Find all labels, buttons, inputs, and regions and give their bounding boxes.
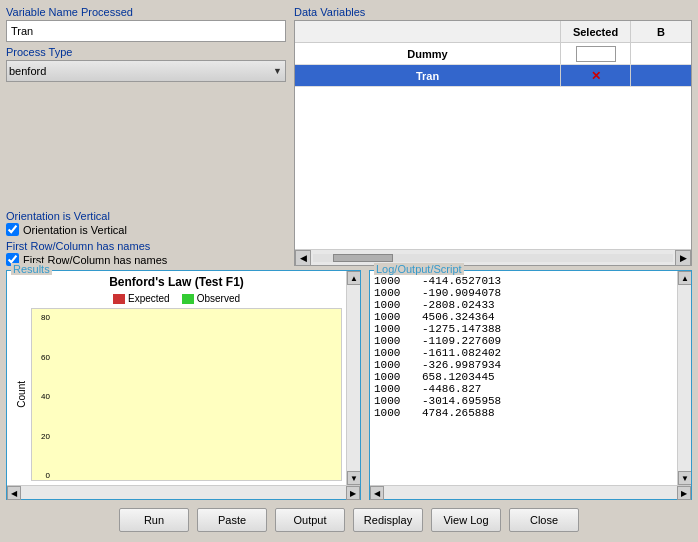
run-button[interactable]: Run	[119, 508, 189, 532]
log-hscroll-right[interactable]: ▶	[677, 486, 691, 500]
log-col2: 658.1203445	[422, 371, 495, 383]
hscroll-thumb	[333, 254, 393, 262]
tick-0: 0	[32, 471, 50, 480]
dv-cell-tran-b	[631, 65, 691, 86]
expected-label: Expected	[128, 293, 170, 304]
dv-header-selected: Selected	[561, 21, 631, 42]
dv-header-name	[295, 21, 561, 42]
log-col2: -190.9094078	[422, 287, 501, 299]
process-type-wrapper: benford	[6, 60, 286, 82]
chart-right: 80 60 40 20 0	[31, 308, 342, 481]
log-col1: 1000	[374, 311, 414, 323]
close-button[interactable]: Close	[509, 508, 579, 532]
table-row: Dummy	[295, 43, 691, 65]
chart-legend: Expected Observed	[11, 293, 342, 304]
hscroll-left-btn[interactable]: ◀	[295, 250, 311, 266]
log-col1: 1000	[374, 299, 414, 311]
bars-container	[54, 313, 339, 480]
list-item: 10004784.265888	[374, 407, 673, 419]
orientation-section: Orientation is Vertical Orientation is V…	[6, 210, 286, 236]
orientation-row: Orientation is Vertical	[6, 223, 286, 236]
log-col1: 1000	[374, 275, 414, 287]
expected-color-box	[113, 294, 125, 304]
log-col2: -4486.827	[422, 383, 481, 395]
orientation-checkbox-label: Orientation is Vertical	[23, 224, 127, 236]
data-variables-label: Data Variables	[294, 6, 692, 18]
tick-60: 60	[32, 353, 50, 362]
chart-title: Benford's Law (Test F1)	[11, 275, 342, 289]
log-col1: 1000	[374, 383, 414, 395]
log-col2: -3014.695958	[422, 395, 501, 407]
log-text-area: 1000-414.6527013 1000-190.9094078 1000-2…	[370, 271, 677, 485]
dv-header-b: B	[631, 21, 691, 42]
dv-cell-dummy-selected	[561, 43, 631, 64]
x-mark-icon: ✕	[591, 69, 601, 83]
results-content: Benford's Law (Test F1) Expected Observe…	[7, 271, 360, 485]
list-item: 1000-1275.147388	[374, 323, 673, 335]
log-vscrollbar[interactable]: ▲ ▼	[677, 271, 691, 485]
observed-label: Observed	[197, 293, 240, 304]
variable-name-input[interactable]	[6, 20, 286, 42]
results-scroll-down-btn[interactable]: ▼	[347, 471, 360, 485]
y-ticks: 80 60 40 20 0	[32, 313, 50, 480]
main-container: Variable Name Processed Process Type ben…	[0, 0, 698, 542]
results-vscrollbar[interactable]: ▲ ▼	[346, 271, 360, 485]
log-col1: 1000	[374, 359, 414, 371]
list-item: 1000-1109.227609	[374, 335, 673, 347]
chart-area: Benford's Law (Test F1) Expected Observe…	[7, 271, 346, 485]
legend-observed: Observed	[182, 293, 240, 304]
results-hscroll-left[interactable]: ◀	[7, 486, 21, 500]
log-col2: -326.9987934	[422, 359, 501, 371]
log-scroll-down-btn[interactable]: ▼	[678, 471, 691, 485]
list-item: 1000-326.9987934	[374, 359, 673, 371]
data-variables-container: Selected B Dummy Tran ✕	[294, 20, 692, 266]
log-hscroll-track	[384, 486, 677, 499]
log-col1: 1000	[374, 371, 414, 383]
log-col2: -1275.147388	[422, 323, 501, 335]
paste-button[interactable]: Paste	[197, 508, 267, 532]
view-log-button[interactable]: View Log	[431, 508, 501, 532]
hscroll-right-btn[interactable]: ▶	[675, 250, 691, 266]
orientation-checkbox[interactable]	[6, 223, 19, 236]
process-type-label: Process Type	[6, 46, 286, 58]
log-content: 1000-414.6527013 1000-190.9094078 1000-2…	[370, 271, 691, 485]
log-col1: 1000	[374, 323, 414, 335]
results-hscrollbar[interactable]: ◀ ▶	[7, 485, 360, 499]
log-hscrollbar[interactable]: ◀ ▶	[370, 485, 691, 499]
dv-cell-tran-name: Tran	[295, 65, 561, 86]
legend-expected: Expected	[113, 293, 170, 304]
list-item: 1000-1611.082402	[374, 347, 673, 359]
process-type-select[interactable]: benford	[6, 60, 286, 82]
top-section: Variable Name Processed Process Type ben…	[6, 6, 692, 266]
log-hscroll-left[interactable]: ◀	[370, 486, 384, 500]
list-item: 1000-3014.695958	[374, 395, 673, 407]
observed-color-box	[182, 294, 194, 304]
results-scroll-up-btn[interactable]: ▲	[347, 271, 360, 285]
bottom-bar: Run Paste Output Redisplay View Log Clos…	[6, 504, 692, 536]
output-button[interactable]: Output	[275, 508, 345, 532]
results-hscroll-track	[21, 486, 346, 499]
hscroll-track	[313, 254, 673, 262]
log-col1: 1000	[374, 395, 414, 407]
dv-body: Dummy Tran ✕	[295, 43, 691, 249]
bottom-section: Results Benford's Law (Test F1) Expected…	[6, 270, 692, 500]
redisplay-button[interactable]: Redisplay	[353, 508, 423, 532]
list-item: 1000-2808.02433	[374, 299, 673, 311]
list-item: 1000-414.6527013	[374, 275, 673, 287]
log-col2: -1611.082402	[422, 347, 501, 359]
log-col2: -1109.227609	[422, 335, 501, 347]
log-col2: 4506.324364	[422, 311, 495, 323]
dummy-selected-input[interactable]	[576, 46, 616, 62]
tick-20: 20	[32, 432, 50, 441]
dv-header: Selected B	[295, 21, 691, 43]
dv-hscrollbar[interactable]: ◀ ▶	[295, 249, 691, 265]
list-item: 1000-190.9094078	[374, 287, 673, 299]
process-type-section: Process Type benford	[6, 46, 286, 82]
log-scroll-up-btn[interactable]: ▲	[678, 271, 691, 285]
table-row: Tran ✕	[295, 65, 691, 87]
orientation-label: Orientation is Vertical	[6, 210, 286, 222]
list-item: 10004506.324364	[374, 311, 673, 323]
log-col1: 1000	[374, 347, 414, 359]
first-row-label: First Row/Column has names	[6, 240, 286, 252]
results-hscroll-right[interactable]: ▶	[346, 486, 360, 500]
